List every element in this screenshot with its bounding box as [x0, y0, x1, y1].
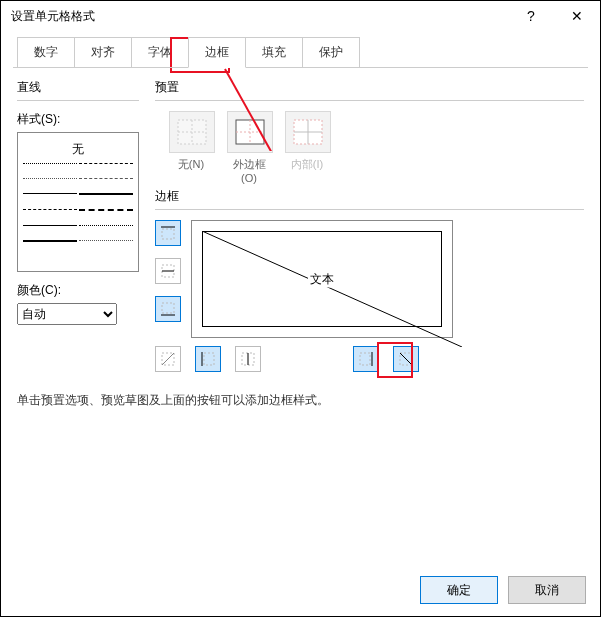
- border-middle-h-button[interactable]: [155, 258, 181, 284]
- dialog-footer: 确定 取消: [420, 576, 586, 604]
- line-style-option[interactable]: [23, 193, 77, 206]
- border-section-label: 边框: [155, 188, 584, 205]
- preset-outline-label: 外边框(O): [233, 158, 266, 184]
- tab-fill[interactable]: 填充: [245, 37, 303, 68]
- right-column: 预置 无(N) 外边框(O): [139, 79, 584, 372]
- border-top-button[interactable]: [155, 220, 181, 246]
- line-section-label: 直线: [17, 79, 139, 96]
- preset-inside-label: 内部(I): [291, 158, 323, 170]
- svg-rect-13: [162, 303, 174, 313]
- border-left-button[interactable]: [195, 346, 221, 372]
- ok-button[interactable]: 确定: [420, 576, 498, 604]
- rule: [155, 209, 584, 210]
- svg-line-15: [202, 231, 462, 347]
- hint-text: 单击预置选项、预览草图及上面的按钮可以添加边框样式。: [17, 392, 584, 409]
- tab-border[interactable]: 边框: [188, 37, 246, 68]
- preview-diagonal: [202, 231, 462, 347]
- line-style-option[interactable]: [23, 178, 77, 191]
- border-diag-down-button[interactable]: [393, 346, 419, 372]
- line-style-none[interactable]: 无: [22, 137, 134, 162]
- preview-caption: 文本: [308, 271, 336, 288]
- preset-inside-icon: [285, 111, 331, 153]
- svg-line-25: [400, 353, 412, 365]
- border-bottom-button[interactable]: [155, 296, 181, 322]
- tab-number[interactable]: 数字: [17, 37, 75, 68]
- preset-none[interactable]: 无(N): [169, 111, 213, 184]
- line-style-list[interactable]: 无: [17, 132, 139, 272]
- line-style-option[interactable]: [79, 225, 133, 238]
- line-style-option[interactable]: [79, 209, 133, 223]
- left-column: 直线 样式(S): 无: [17, 79, 139, 372]
- line-style-option[interactable]: [79, 163, 133, 176]
- preset-none-icon: [169, 111, 215, 153]
- cancel-button[interactable]: 取消: [508, 576, 586, 604]
- dialog-window: 设置单元格格式 ? ✕ 数字 对齐 字体 边框 填充 保护 直线 样式(S): …: [0, 0, 601, 617]
- preset-outline[interactable]: 外边框(O): [227, 111, 271, 184]
- dialog-title: 设置单元格格式: [11, 8, 508, 25]
- line-style-option[interactable]: [79, 193, 133, 207]
- line-style-patterns: [22, 162, 134, 255]
- line-style-option[interactable]: [23, 240, 77, 254]
- style-label: 样式(S):: [17, 111, 139, 128]
- preset-inside[interactable]: 内部(I): [285, 111, 329, 184]
- tab-protect[interactable]: 保护: [302, 37, 360, 68]
- preset-section-label: 预置: [155, 79, 584, 96]
- svg-rect-10: [162, 229, 174, 239]
- line-style-option[interactable]: [23, 209, 77, 222]
- help-button[interactable]: ?: [508, 1, 554, 31]
- preset-none-label: 无(N): [178, 158, 204, 170]
- line-style-option[interactable]: [79, 178, 133, 191]
- line-style-option[interactable]: [79, 240, 133, 253]
- border-diag-up-button[interactable]: [155, 346, 181, 372]
- tab-align[interactable]: 对齐: [74, 37, 132, 68]
- preset-outline-icon: [227, 111, 273, 153]
- tab-underline: [13, 67, 588, 68]
- svg-line-17: [162, 353, 174, 365]
- border-right-button[interactable]: [353, 346, 379, 372]
- close-button[interactable]: ✕: [554, 1, 600, 31]
- tab-strip: 数字 对齐 字体 边框 填充 保护: [17, 37, 600, 68]
- rule: [17, 100, 139, 101]
- border-middle-v-button[interactable]: [235, 346, 261, 372]
- preset-row: 无(N) 外边框(O) 内部(I): [169, 111, 584, 184]
- color-group: 颜色(C): 自动: [17, 282, 139, 325]
- color-label: 颜色(C):: [17, 282, 139, 299]
- border-editor: 文本: [155, 220, 584, 372]
- color-dropdown[interactable]: 自动: [17, 303, 117, 325]
- content-area: 直线 样式(S): 无: [1, 69, 600, 372]
- svg-rect-22: [360, 353, 370, 365]
- border-preview[interactable]: 文本: [191, 220, 453, 338]
- border-bottom-buttons: [155, 346, 584, 372]
- svg-rect-19: [204, 353, 214, 365]
- tab-font[interactable]: 字体: [131, 37, 189, 68]
- border-side-buttons-left: [155, 220, 181, 322]
- line-style-option[interactable]: [23, 225, 77, 238]
- rule: [155, 100, 584, 101]
- line-style-option[interactable]: [23, 163, 77, 176]
- title-bar: 设置单元格格式 ? ✕: [1, 1, 600, 31]
